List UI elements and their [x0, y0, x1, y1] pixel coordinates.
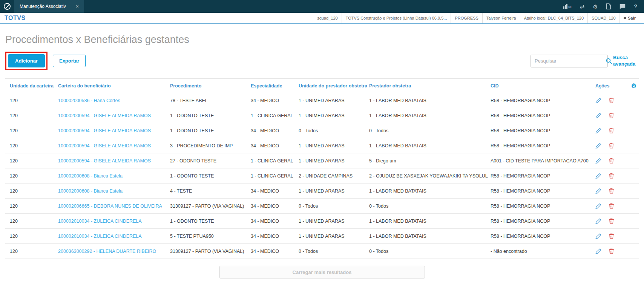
cell-gear-spacer	[622, 153, 639, 168]
cell-gear-spacer	[622, 93, 639, 108]
carteira-link[interactable]: 100002000608 - Bianca Estela	[58, 188, 123, 194]
cell-especialidade: 34 - MEDICO	[248, 184, 296, 199]
advanced-search-line1: Busca	[613, 55, 639, 61]
carteira-link[interactable]: 100002010034 - ZULEICA CINDERELA	[58, 234, 142, 239]
bar-chart-icon	[563, 4, 567, 9]
cell-prestador: 1 - LABOR MED BATATAIS	[367, 93, 488, 108]
table-row: 120 100002000608 - Bianca Estela 1 - ODO…	[5, 168, 639, 184]
edit-icon[interactable]	[595, 218, 602, 224]
advanced-search-link[interactable]: Busca avançada	[613, 55, 639, 67]
delete-icon[interactable]	[608, 142, 615, 149]
add-button[interactable]: Adicionar	[8, 54, 45, 67]
delete-icon[interactable]	[608, 188, 615, 194]
load-more-button[interactable]: Carregar mais resultados	[219, 266, 425, 278]
edit-icon[interactable]	[595, 233, 602, 239]
delete-icon[interactable]	[608, 158, 615, 164]
cell-gear-spacer	[622, 138, 639, 153]
col-unidade-carteira[interactable]: Unidade da carteira	[5, 79, 56, 93]
column-settings-icon[interactable]: ⚙	[631, 83, 636, 89]
edit-icon[interactable]	[595, 248, 602, 254]
edit-icon[interactable]	[595, 97, 602, 104]
cell-procedimento: 27 - ODONTO TESTE	[168, 153, 248, 168]
cell-prestador: 1 - LABOR MED BATATAIS	[367, 214, 488, 229]
annotation-highlight: Adicionar	[5, 52, 48, 70]
carteira-link[interactable]: 100002000594 - GISELE ALMEIDA RAMOS	[58, 128, 151, 133]
cell-unidade-prestador: 0 - Todos	[296, 244, 367, 259]
edit-icon[interactable]	[595, 127, 602, 134]
edit-icon[interactable]	[595, 203, 602, 209]
col-acoes: Ações	[593, 79, 622, 93]
edit-icon[interactable]	[595, 188, 602, 194]
cell-prestador: 2 - OJUDUZ BE XASXEJAK YOEWAJAKIKI TA YS…	[367, 168, 488, 184]
delete-icon[interactable]	[608, 127, 615, 134]
col-procedimento[interactable]: Procedimento	[168, 79, 248, 93]
export-button[interactable]: Exportar	[53, 55, 86, 67]
col-especialidade[interactable]: Especialidade	[248, 79, 296, 93]
cell-especialidade: 34 - MEDICO	[248, 138, 296, 153]
carteira-link[interactable]: 100002006665 - DEBORA NUNES DE OLIVEIRA	[58, 203, 162, 209]
cell-especialidade: 34 - MEDICO	[248, 123, 296, 138]
col-prestador-obstetra[interactable]: Prestador obstetra	[367, 79, 488, 93]
cell-unidade: 120	[5, 138, 56, 153]
cell-unidade: 120	[5, 93, 56, 108]
app-tab-label: Manutenção Associativ	[20, 4, 66, 9]
delete-icon[interactable]	[608, 218, 615, 224]
load-more-wrap: Carregar mais resultados	[5, 266, 639, 278]
env-label: squad_120	[313, 13, 341, 23]
search-input[interactable]	[531, 58, 605, 64]
search-box	[531, 55, 608, 67]
carteira-link[interactable]: 100002010034 - ZULEICA CINDERELA	[58, 219, 142, 224]
cell-prestador: 5 - Diego um	[367, 153, 488, 168]
delete-icon[interactable]	[608, 173, 615, 179]
cell-gear-spacer	[622, 244, 639, 259]
app-header-info: squad_120 TOTVS Construção e Projetos (L…	[313, 13, 639, 23]
cell-procedimento: 5 - TESTE PTUA950	[168, 229, 248, 244]
delete-icon[interactable]	[608, 203, 615, 209]
edit-icon[interactable]	[595, 142, 602, 149]
platform-label: PROGRESS	[451, 13, 482, 23]
cell-especialidade: 1 - CLINICA GERAL	[248, 108, 296, 123]
carteira-link[interactable]: 100002000586 - Hana Cortes	[58, 98, 120, 103]
cell-cid: A001 - CID TESTE PARA IMPORTACAO A700	[488, 153, 593, 168]
document-icon[interactable]	[606, 3, 611, 9]
col-carteira-beneficiario[interactable]: Carteira do beneficiário	[56, 79, 168, 93]
carteira-link[interactable]: 100002000594 - GISELE ALMEIDA RAMOS	[58, 143, 151, 148]
col-cid[interactable]: CID	[488, 79, 593, 93]
top-bar: Manutenção Associativ × DI ⇄ ⚙ ?	[0, 0, 644, 13]
delete-icon[interactable]	[608, 112, 615, 119]
shuffle-icon[interactable]: ⇄	[580, 4, 584, 9]
chat-icon[interactable]	[619, 4, 626, 9]
cell-especialidade: 34 - MEDICO	[248, 244, 296, 259]
app-tab[interactable]: Manutenção Associativ ×	[14, 0, 84, 13]
cell-procedimento: 1 - ODONTO TESTE	[168, 123, 248, 138]
edit-icon[interactable]	[595, 173, 602, 179]
cell-procedimento: 3 - PROCEDIMENTO DE IMP	[168, 138, 248, 153]
stats-icon[interactable]: DI	[563, 4, 571, 9]
logout-button[interactable]: ✖ Sair	[619, 13, 639, 23]
carteira-link[interactable]: 100002000608 - Bianca Estela	[58, 173, 123, 179]
delete-icon[interactable]	[608, 233, 615, 239]
cell-gear-spacer	[622, 229, 639, 244]
product-label: TOTVS Construção e Projetos (Linha Datas…	[342, 13, 451, 23]
delete-icon[interactable]	[608, 248, 615, 254]
carteira-link[interactable]: 100002000594 - GISELE ALMEIDA RAMOS	[58, 113, 151, 118]
cell-cid: R58 - HEMORRAGIA NCOP	[488, 138, 593, 153]
tab-close-icon[interactable]: ×	[76, 3, 79, 9]
cell-unidade: 120	[5, 108, 56, 123]
totvs-brand[interactable]: TOTVS	[5, 13, 26, 23]
col-unidade-prestador[interactable]: Unidade do prestador obstetra	[296, 79, 367, 93]
table-row: 120 100002000608 - Bianca Estela 4 - TES…	[5, 184, 639, 199]
cell-gear-spacer	[622, 199, 639, 214]
help-icon[interactable]: ?	[634, 4, 637, 9]
topbar-icons: DI ⇄ ⚙ ?	[563, 3, 640, 9]
company-label: SQUAD_120	[587, 13, 619, 23]
carteira-link[interactable]: 2000363000292 - HELENA DUARTE RIBEIRO	[58, 249, 156, 254]
settings-gear-icon[interactable]: ⚙	[593, 4, 598, 9]
toolbar: Adicionar Exportar Busca avançada	[5, 52, 639, 70]
edit-icon[interactable]	[595, 158, 602, 164]
cell-procedimento: 31309127 - PARTO (VIA VAGINAL)	[168, 244, 248, 259]
carteira-link[interactable]: 100002000594 - GISELE ALMEIDA RAMOS	[58, 158, 151, 164]
edit-icon[interactable]	[595, 112, 602, 119]
cell-unidade-prestador: 0 - Todos	[296, 199, 367, 214]
delete-icon[interactable]	[608, 97, 615, 104]
